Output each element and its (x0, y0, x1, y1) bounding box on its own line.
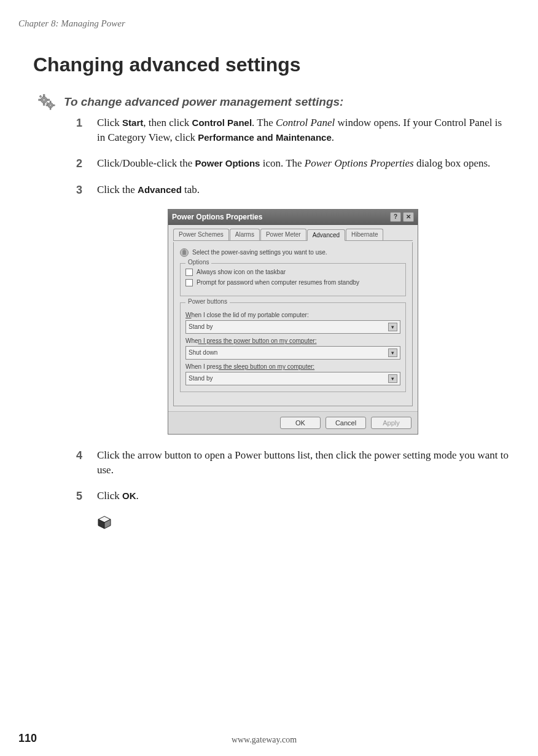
power-button-value: Shut down (189, 349, 217, 356)
checkbox-show-icon-row: Always show icon on the taskbar (185, 269, 400, 276)
dialog-body: Power Schemes Alarms Power Meter Advance… (168, 225, 418, 411)
checkbox-prompt-password[interactable] (185, 279, 193, 286)
text: . The (252, 117, 276, 128)
chevron-down-icon[interactable]: ▾ (388, 323, 397, 331)
close-lid-combo[interactable]: Stand by ▾ (185, 320, 400, 334)
svg-rect-13 (53, 104, 55, 106)
page-title: Changing advanced settings (33, 53, 510, 76)
text: . (332, 132, 334, 143)
svg-rect-14 (182, 250, 186, 254)
step-number: 2 (76, 156, 97, 171)
help-button[interactable]: ? (390, 212, 401, 222)
step-number: 5 (76, 489, 97, 504)
chapter-header: Chapter 8: Managing Power (18, 18, 510, 29)
step-text: Click the arrow button to open a Power b… (97, 448, 510, 478)
close-lid-label: When I close the lid of my portable comp… (185, 312, 400, 318)
svg-rect-10 (50, 101, 51, 103)
text: icon. The (260, 157, 304, 169)
ui-control-panel: Control Panel (192, 117, 252, 128)
svg-point-1 (43, 99, 45, 101)
dialog-button-row: OK Cancel Apply (168, 411, 418, 434)
checkbox-prompt-password-row: Prompt for password when computer resume… (185, 279, 400, 286)
text: , then click (143, 117, 192, 128)
dialog-title-text: Power Options Properties (172, 213, 262, 221)
svg-rect-5 (47, 99, 50, 101)
steps-list: 1 Click Start, then click Control Panel.… (76, 116, 510, 504)
text: tab. (182, 184, 200, 195)
options-legend: Options (185, 259, 211, 266)
step-number: 3 (76, 183, 97, 198)
close-button[interactable]: ✕ (403, 212, 414, 222)
step-3: 3 Click the Advanced tab. (76, 183, 510, 198)
tab-alarms[interactable]: Alarms (230, 229, 260, 240)
task-heading: To change advanced power management sett… (64, 95, 343, 109)
tab-power-meter[interactable]: Power Meter (260, 229, 306, 240)
ok-button[interactable]: OK (280, 417, 321, 429)
step-4: 4 Click the arrow button to open a Power… (76, 448, 510, 478)
step-text: Click the Advanced tab. (97, 183, 510, 198)
power-buttons-fieldset: Power buttons When I close the lid of my… (180, 302, 406, 392)
mnemonic: n I press the power button on my compute… (198, 337, 317, 344)
checkbox-prompt-password-label: Prompt for password when computer resume… (197, 279, 359, 286)
task-heading-row: To change advanced power management sett… (38, 93, 510, 111)
step-2: 2 Click/Double-click the Power Options i… (76, 156, 510, 171)
tab-hibernate[interactable]: Hibernate (346, 229, 383, 240)
close-lid-value: Stand by (189, 323, 212, 330)
step-1: 1 Click Start, then click Control Panel.… (76, 116, 510, 145)
power-button-label: When I press the power button on my comp… (185, 337, 400, 344)
dialog-titlebar: Power Options Properties ? ✕ (168, 210, 418, 225)
hint-text: Select the power-saving settings you wan… (192, 249, 327, 256)
apply-button[interactable]: Apply (371, 417, 411, 429)
italic-control-panel: Control Panel (276, 117, 335, 128)
svg-rect-15 (184, 250, 185, 250)
tab-power-schemes[interactable]: Power Schemes (173, 229, 229, 240)
chevron-down-icon[interactable]: ▾ (388, 348, 397, 357)
italic-power-options-properties: Power Options Properties (305, 157, 414, 169)
sleep-button-label: When I press the sleep button on my comp… (185, 363, 400, 370)
checkbox-show-icon-label: Always show icon on the taskbar (197, 269, 286, 275)
page-footer: 110 www.gateway.com (18, 732, 510, 745)
text: Whe (185, 337, 198, 344)
step-text: Click/Double-click the Power Options ico… (97, 156, 510, 171)
text: Click (97, 117, 122, 128)
step-5: 5 Click OK. (76, 489, 510, 504)
step-text: Click Start, then click Control Panel. T… (97, 116, 510, 145)
power-buttons-legend: Power buttons (185, 298, 230, 305)
text: Click (97, 490, 122, 502)
page-number: 110 (18, 732, 37, 745)
options-fieldset: Options Always show icon on the taskbar … (180, 263, 406, 296)
text: When I pres (185, 363, 219, 370)
end-of-procedure-icon (97, 515, 510, 532)
ui-advanced: Advanced (138, 184, 182, 195)
ui-power-options: Power Options (195, 158, 260, 168)
chevron-down-icon[interactable]: ▾ (388, 374, 397, 383)
mnemonic: s the sleep button on my computer: (219, 363, 314, 370)
step-number: 1 (76, 116, 97, 145)
svg-rect-3 (43, 103, 45, 106)
cancel-button[interactable]: Cancel (326, 417, 366, 429)
ui-start: Start (122, 117, 143, 128)
gears-icon (38, 93, 55, 111)
text: hen I close the lid of my portable compu… (191, 312, 308, 318)
footer-url: www.gateway.com (232, 735, 297, 745)
svg-rect-11 (50, 108, 51, 110)
svg-rect-12 (46, 104, 48, 106)
svg-rect-4 (39, 99, 41, 101)
step-number: 4 (76, 448, 97, 478)
tab-advanced[interactable]: Advanced (307, 229, 345, 241)
text: dialog box opens. (414, 157, 491, 169)
checkbox-show-icon[interactable] (185, 269, 193, 276)
sleep-button-value: Stand by (189, 375, 212, 382)
text: . (136, 490, 139, 502)
battery-icon (180, 248, 189, 257)
sleep-button-combo[interactable]: Stand by ▾ (185, 372, 400, 385)
svg-rect-2 (43, 95, 45, 97)
tab-content-advanced: Select the power-saving settings you wan… (173, 242, 413, 406)
power-options-dialog: Power Options Properties ? ✕ Power Schem… (168, 209, 418, 435)
power-button-combo[interactable]: Shut down ▾ (185, 346, 400, 360)
step-text: Click OK. (97, 489, 510, 504)
ui-perf-maintenance: Performance and Maintenance (198, 132, 332, 143)
titlebar-buttons: ? ✕ (390, 212, 414, 222)
hint-row: Select the power-saving settings you wan… (180, 248, 406, 257)
ui-ok: OK (122, 490, 136, 501)
